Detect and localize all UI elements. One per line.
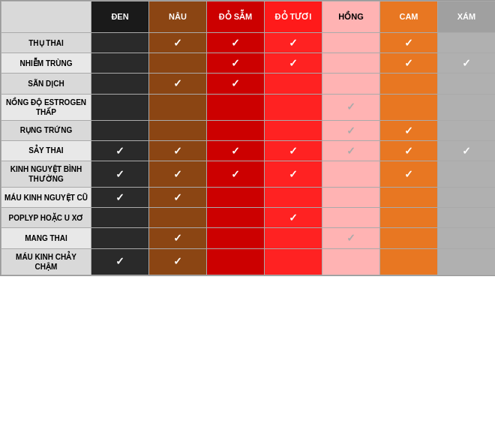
main-table-container: ĐEN NÂU ĐỎ SẪM ĐỎ TƯƠI HỒNG CAM XÁM THỤ …	[0, 0, 495, 276]
checkmark: ✓	[404, 168, 413, 180]
cell-do_sam: ✓	[207, 33, 265, 53]
table-row: SÃN DỊCH✓✓	[2, 74, 496, 94]
table-row: RỤNG TRỨNG✓✓	[2, 120, 496, 140]
cell-hong	[322, 74, 380, 94]
cell-nau: ✓	[149, 187, 207, 207]
checkmark: ✓	[116, 255, 124, 267]
cell-do_tuoi	[265, 228, 322, 248]
cell-hong	[322, 248, 380, 275]
checkmark: ✓	[289, 37, 298, 49]
cell-nau	[149, 208, 207, 228]
cell-do_sam	[207, 187, 265, 207]
header-do-sam: ĐỎ SẪM	[207, 2, 265, 33]
cell-cam	[380, 74, 438, 94]
table-row: MÁU KINH NGUYỆT CŨ✓✓	[2, 187, 496, 207]
checkmark: ✓	[289, 212, 298, 224]
row-label-cell: MANG THAI	[2, 228, 92, 248]
table-row: THỤ THAI✓✓✓✓	[2, 33, 496, 53]
checkmark: ✓	[116, 168, 124, 180]
cell-hong	[322, 33, 380, 53]
checkmark: ✓	[346, 101, 356, 113]
checkmark: ✓	[173, 191, 182, 203]
checkmark: ✓	[404, 57, 413, 69]
table-row: KINH NGUYỆT BÌNH THƯỜNG✓✓✓✓✓	[2, 161, 496, 187]
row-label-cell: SÃN DỊCH	[2, 74, 92, 94]
header-nau: NÂU	[149, 2, 207, 33]
cell-cam: ✓	[380, 33, 438, 53]
cell-do_sam	[207, 208, 265, 228]
cell-do_sam: ✓	[207, 161, 265, 187]
cell-hong: ✓	[322, 120, 380, 140]
checkmark: ✓	[173, 232, 182, 244]
cell-xam	[438, 248, 496, 275]
checkmark: ✓	[116, 191, 124, 203]
header-xam: XÁM	[438, 2, 496, 33]
cell-den	[92, 33, 149, 53]
checkmark: ✓	[173, 255, 182, 267]
checkmark: ✓	[231, 77, 240, 89]
cell-do_sam: ✓	[207, 74, 265, 94]
cell-nau: ✓	[149, 228, 207, 248]
cell-nau: ✓	[149, 161, 207, 187]
checkmark: ✓	[173, 168, 182, 180]
table-row: NỒNG ĐỘ ESTROGEN THẤP✓	[2, 94, 496, 120]
cell-hong: ✓	[322, 140, 380, 161]
checkmark: ✓	[404, 145, 413, 157]
cell-nau: ✓	[149, 140, 207, 161]
cell-den: ✓	[92, 187, 149, 207]
cell-do_tuoi: ✓	[265, 53, 322, 74]
row-label-cell: MÁU KINH NGUYỆT CŨ	[2, 187, 92, 207]
row-label-cell: THỤ THAI	[2, 33, 92, 53]
cell-cam: ✓	[380, 120, 438, 140]
checkmark: ✓	[289, 168, 298, 180]
cell-do_tuoi	[265, 94, 322, 120]
cell-xam: ✓	[438, 53, 496, 74]
cell-hong	[322, 53, 380, 74]
cell-nau: ✓	[149, 33, 207, 53]
cell-den	[92, 94, 149, 120]
row-label-cell: SẢY THAI	[2, 140, 92, 161]
cell-do_tuoi	[265, 74, 322, 94]
cell-do_tuoi: ✓	[265, 208, 322, 228]
cell-hong	[322, 208, 380, 228]
cell-cam	[380, 187, 438, 207]
cell-nau	[149, 120, 207, 140]
checkmark: ✓	[231, 57, 240, 69]
header-label	[2, 2, 92, 33]
cell-xam	[438, 161, 496, 187]
table-row: MÁU KINH CHẢY CHẬM✓✓	[2, 248, 496, 275]
table-row: POPLYP HOẶC U XƠ✓	[2, 208, 496, 228]
checkmark: ✓	[462, 145, 471, 157]
cell-do_tuoi	[265, 120, 322, 140]
header-do-tuoi: ĐỎ TƯƠI	[265, 2, 322, 33]
cell-den	[92, 53, 149, 74]
cell-hong: ✓	[322, 228, 380, 248]
cell-xam	[438, 94, 496, 120]
cell-xam: ✓	[438, 140, 496, 161]
cell-cam	[380, 248, 438, 275]
header-hong: HỒNG	[322, 2, 380, 33]
cell-cam	[380, 228, 438, 248]
cell-do_tuoi	[265, 187, 322, 207]
cell-do_sam: ✓	[207, 140, 265, 161]
cell-xam	[438, 120, 496, 140]
cell-hong: ✓	[322, 94, 380, 120]
row-label-cell: POPLYP HOẶC U XƠ	[2, 208, 92, 228]
checkmark: ✓	[173, 37, 182, 49]
cell-do_tuoi: ✓	[265, 161, 322, 187]
row-label-cell: NHIỄM TRÙNG	[2, 53, 92, 74]
cell-xam	[438, 228, 496, 248]
checkmark: ✓	[404, 37, 413, 49]
cell-nau: ✓	[149, 74, 207, 94]
table-row: NHIỄM TRÙNG✓✓✓✓	[2, 53, 496, 74]
header-cam: CAM	[380, 2, 438, 33]
checkmark: ✓	[231, 168, 240, 180]
color-chart-table: ĐEN NÂU ĐỎ SẪM ĐỎ TƯƠI HỒNG CAM XÁM THỤ …	[1, 1, 495, 275]
checkmark: ✓	[116, 145, 124, 157]
cell-nau: ✓	[149, 248, 207, 275]
cell-do_sam: ✓	[207, 53, 265, 74]
row-label-cell: RỤNG TRỨNG	[2, 120, 92, 140]
checkmark: ✓	[231, 145, 240, 157]
checkmark: ✓	[346, 125, 356, 137]
table-body: THỤ THAI✓✓✓✓NHIỄM TRÙNG✓✓✓✓SÃN DỊCH✓✓NỒN…	[2, 33, 496, 275]
